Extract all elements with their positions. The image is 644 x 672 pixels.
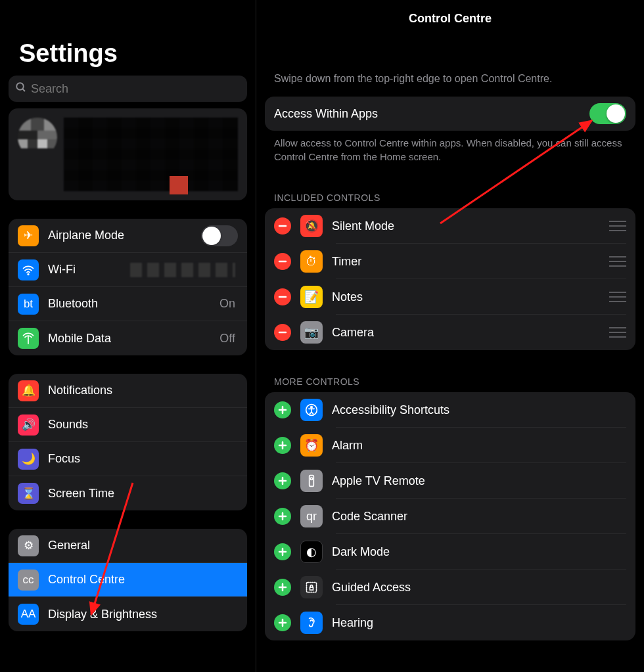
add-button[interactable] (274, 543, 291, 560)
control-row-silent-mode: 🔕Silent Mode (265, 208, 635, 244)
remove-button[interactable] (274, 288, 291, 305)
control-centre-icon: cc (18, 570, 39, 591)
sidebar-group: ⚙GeneralccControl CentreAADisplay & Brig… (9, 529, 247, 631)
sidebar-item-wifi[interactable]: Wi-Fi (9, 253, 247, 287)
search-field[interactable] (9, 76, 247, 102)
control-label: Code Scanner (332, 510, 626, 524)
sidebar-item-control-centre[interactable]: ccControl Centre (9, 563, 247, 597)
sidebar-item-label: Wi-Fi (48, 263, 130, 277)
mobile-data-icon (18, 328, 39, 349)
sidebar-item-focus[interactable]: 🌙Focus (9, 442, 247, 476)
add-button[interactable] (274, 508, 291, 525)
add-button[interactable] (274, 472, 291, 489)
notification-badge (170, 176, 188, 194)
camera-icon: 📷 (300, 321, 323, 344)
included-controls-header: INCLUDED CONTROLS (274, 192, 635, 203)
airplane-mode-icon: ✈ (18, 225, 39, 246)
control-label: Accessibility Shortcuts (332, 403, 626, 417)
page-title: Settings (19, 39, 247, 68)
hint-text: Swipe down from the top-right edge to op… (274, 73, 635, 85)
sidebar-group: ✈Airplane ModeWi-FibtBluetoothOnMobile D… (9, 219, 247, 355)
sidebar-item-label: Mobile Data (48, 332, 219, 346)
search-icon (15, 81, 27, 96)
remove-button[interactable] (274, 217, 291, 235)
sidebar-item-display-brightness[interactable]: AADisplay & Brightness (9, 597, 247, 631)
control-row-camera: 📷Camera (265, 315, 635, 350)
reorder-handle[interactable] (609, 292, 626, 302)
sidebar-item-airplane-mode[interactable]: ✈Airplane Mode (9, 219, 247, 253)
wifi-network-redacted (130, 263, 235, 277)
access-within-apps-cell: Access Within Apps (265, 97, 635, 131)
add-button[interactable] (274, 401, 291, 418)
control-label: Camera (332, 326, 609, 340)
sidebar-item-label: Sounds (48, 418, 238, 432)
apple-tv-remote-icon (300, 470, 323, 492)
control-label: Hearing (332, 616, 626, 630)
alarm-icon: ⏰ (300, 434, 323, 457)
reorder-handle[interactable] (609, 256, 626, 267)
control-label: Apple TV Remote (332, 474, 626, 488)
sidebar-item-general[interactable]: ⚙General (9, 529, 247, 563)
add-button[interactable] (274, 614, 291, 631)
sidebar-item-label: Focus (48, 452, 238, 466)
control-row-timer: ⏱Timer (265, 244, 635, 279)
dark-mode-icon: ◐ (300, 541, 323, 563)
control-row-alarm: ⏰Alarm (265, 428, 635, 463)
control-label: Timer (332, 255, 609, 269)
sidebar-item-label: General (48, 539, 238, 552)
reorder-handle[interactable] (609, 221, 626, 231)
silent-mode-icon: 🔕 (300, 215, 323, 237)
notes-icon: 📝 (300, 286, 323, 308)
control-row-code-scanner: qrCode Scanner (265, 499, 635, 534)
hearing-icon (300, 612, 323, 634)
control-label: Dark Mode (332, 545, 626, 559)
control-label: Notes (332, 290, 609, 304)
included-controls-list: 🔕Silent Mode⏱Timer📝Notes📷Camera (265, 208, 635, 350)
search-input[interactable] (31, 82, 241, 96)
svg-point-0 (16, 83, 24, 90)
sidebar-item-label: Display & Brightness (48, 608, 238, 621)
remove-button[interactable] (274, 324, 291, 341)
control-centre-panel: Control Centre Swipe down from the top-r… (256, 0, 644, 672)
sidebar-item-label: Notifications (48, 384, 238, 397)
control-label: Guided Access (332, 581, 626, 594)
svg-point-17 (310, 478, 312, 480)
remove-button[interactable] (274, 253, 291, 270)
mobile-data-value: Off (219, 332, 235, 346)
screen-time-icon: ⌛ (18, 483, 39, 504)
control-row-notes: 📝Notes (265, 279, 635, 315)
add-button[interactable] (274, 437, 291, 454)
reorder-handle[interactable] (609, 327, 626, 338)
airplane-mode-toggle[interactable] (201, 225, 238, 246)
sidebar-item-screen-time[interactable]: ⌛Screen Time (9, 476, 247, 510)
access-within-apps-toggle[interactable] (589, 103, 626, 124)
apple-id-profile[interactable] (9, 108, 247, 200)
profile-details-redacted (64, 118, 238, 191)
control-label: Silent Mode (332, 219, 609, 233)
code-scanner-icon: qr (300, 505, 323, 527)
add-button[interactable] (274, 579, 291, 596)
control-row-apple-tv-remote: Apple TV Remote (265, 463, 635, 499)
guided-access-icon (300, 576, 323, 598)
sidebar-item-sounds[interactable]: 🔊Sounds (9, 408, 247, 442)
sounds-icon: 🔊 (18, 414, 39, 436)
wifi-icon (18, 259, 39, 280)
control-row-hearing: Hearing (265, 605, 635, 640)
sidebar-item-label: Screen Time (48, 487, 238, 501)
general-icon: ⚙ (18, 535, 39, 556)
sidebar-item-notifications[interactable]: 🔔Notifications (9, 374, 247, 408)
settings-sidebar: Settings ✈Airplane ModeWi-FibtBluetoothO… (0, 0, 256, 672)
avatar (18, 118, 57, 157)
detail-title: Control Centre (265, 0, 635, 26)
svg-point-11 (311, 407, 313, 409)
svg-point-2 (28, 273, 29, 275)
svg-line-1 (22, 89, 25, 91)
bluetooth-icon: bt (18, 294, 39, 315)
accessibility-shortcuts-icon (300, 399, 323, 421)
sidebar-group: 🔔Notifications🔊Sounds🌙Focus⌛Screen Time (9, 374, 247, 510)
sidebar-item-label: Bluetooth (48, 297, 219, 311)
bluetooth-value: On (219, 297, 235, 311)
more-controls-list: Accessibility Shortcuts⏰AlarmApple TV Re… (265, 392, 635, 640)
sidebar-item-bluetooth[interactable]: btBluetoothOn (9, 287, 247, 321)
sidebar-item-mobile-data[interactable]: Mobile DataOff (9, 321, 247, 355)
